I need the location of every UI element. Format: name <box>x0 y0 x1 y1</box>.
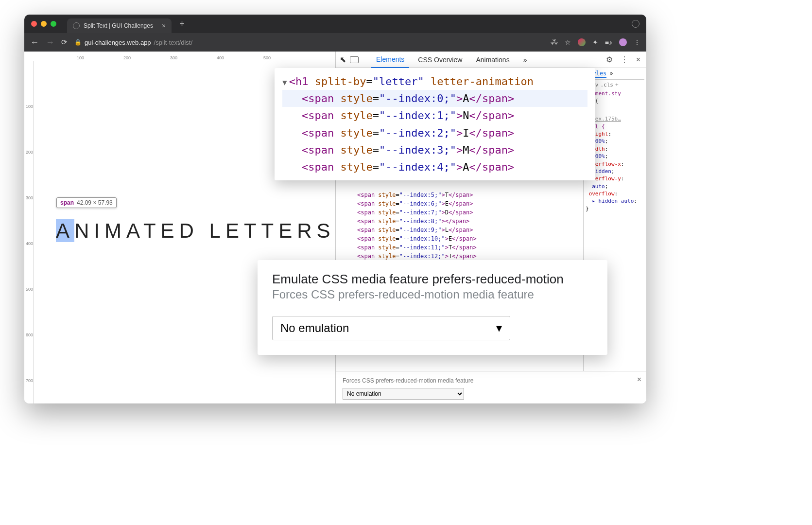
kebab-menu-icon[interactable]: ⋮ <box>634 38 640 46</box>
headline-rest: NIMATED LETTERS <box>74 219 335 242</box>
account-icon[interactable] <box>632 20 639 28</box>
zoom-dom-span[interactable]: <span style="--index:0;">A</span> <box>282 90 587 107</box>
new-tab-button[interactable]: + <box>179 19 185 29</box>
window-min-light[interactable] <box>41 21 47 27</box>
inspect-icon[interactable]: ⬉ <box>340 55 346 64</box>
reload-button[interactable]: ⟳ <box>61 38 68 47</box>
url-field[interactable]: 🔒 gui-challenges.web.app/split-text/dist… <box>74 39 192 46</box>
zoom-dom-h1[interactable]: ▼<h1 split-by="letter" letter-animation <box>282 73 587 90</box>
back-button[interactable]: ← <box>30 37 39 48</box>
more-menu-icon[interactable]: ⋮ <box>619 55 630 64</box>
highlighted-letter: A <box>56 219 74 242</box>
zoom-emulation-select[interactable]: No emulation ▾ <box>272 316 510 340</box>
headline-text: ANIMATED LETTERS <box>56 219 335 243</box>
extension-icon-1[interactable] <box>578 38 586 46</box>
devtools-tabs: ⬉ Elements CSS Overview Animations » ⚙ ⋮… <box>336 52 646 68</box>
tab-close-icon[interactable]: × <box>162 22 166 30</box>
add-rule-button[interactable]: + <box>615 82 619 88</box>
zoom-dom-span[interactable]: <span style="--index:4;">A</span> <box>282 158 587 175</box>
toolbar-right: ⁂ ☆ ✦ ≡♪ ⋮ <box>551 38 640 47</box>
reading-list-icon[interactable]: ≡♪ <box>605 38 612 46</box>
tab-elements[interactable]: Elements <box>371 52 409 68</box>
tab-css-overview[interactable]: CSS Overview <box>413 52 467 68</box>
cls-toggle[interactable]: .cls <box>601 82 614 88</box>
settings-icon[interactable]: ⚙ <box>604 55 615 64</box>
zoom-drawer-title: Emulate CSS media feature prefers-reduce… <box>272 272 593 287</box>
emulation-select[interactable]: No emulation <box>343 388 464 400</box>
close-devtools-button[interactable]: × <box>634 55 642 64</box>
tab-animations[interactable]: Animations <box>471 52 514 68</box>
dom-node-span[interactable]: <span style="--index:6;">E</span> <box>341 199 583 208</box>
ruler-vertical: 100200300400500600700800 <box>24 61 34 403</box>
styles-tab-overflow[interactable]: » <box>609 70 613 78</box>
tab-title: Split Text | GUI Challenges <box>84 22 153 29</box>
zoom-select-value: No emulation <box>280 321 349 335</box>
tooltip-dims: 42.09 × 57.93 <box>77 199 113 206</box>
extensions-icon[interactable]: ✦ <box>592 38 598 46</box>
translate-icon[interactable]: ⁂ <box>551 38 558 47</box>
zoom-dom-span[interactable]: <span style="--index:3;">M</span> <box>282 141 587 158</box>
dom-node-span[interactable]: <span style="--index:11;">T</span> <box>341 243 583 252</box>
browser-tab[interactable]: Split Text | GUI Challenges × <box>67 18 172 33</box>
dom-node-span[interactable]: <span style="--index:9;">L</span> <box>341 226 583 234</box>
dom-node-span[interactable]: <span style="--index:5;">T</span> <box>341 191 583 199</box>
zoom-drawer-subtitle: Forces CSS prefers-reduced-motion media … <box>272 288 593 301</box>
url-path: /split-text/dist/ <box>154 39 192 46</box>
window-max-light[interactable] <box>51 21 56 27</box>
profile-avatar-icon[interactable] <box>619 38 627 46</box>
rendering-subtitle: Forces CSS prefers-reduced-motion media … <box>343 377 639 384</box>
address-bar: ← → ⟳ 🔒 gui-challenges.web.app/split-tex… <box>24 33 646 52</box>
drawer-close-button[interactable]: × <box>637 375 641 384</box>
bookmark-icon[interactable]: ☆ <box>565 38 571 46</box>
css-declaration[interactable]: overflow: ▸ hidden auto; <box>586 190 644 205</box>
dom-node-span[interactable]: <span style="--index:12;">T</span> <box>341 252 583 261</box>
dom-node-span[interactable]: <span style="--index:8;"></span> <box>341 217 583 226</box>
zoom-dom-span[interactable]: <span style="--index:1;">N</span> <box>282 107 587 124</box>
lock-icon: 🔒 <box>74 39 82 46</box>
globe-icon <box>73 22 80 29</box>
zoom-dom-overlay: ▼<h1 split-by="letter" letter-animation<… <box>275 68 595 180</box>
dom-node-span[interactable]: <span style="--index:10;">E</span> <box>341 234 583 243</box>
ruler-horizontal: 100200300400500 <box>34 52 335 61</box>
url-domain: gui-challenges.web.app <box>85 39 151 46</box>
dom-node-span[interactable]: <span style="--index:7;">D</span> <box>341 208 583 217</box>
tooltip-tag: span <box>60 199 74 206</box>
rendering-drawer: × Forces CSS prefers-reduced-motion medi… <box>336 371 646 403</box>
window-close-light[interactable] <box>31 21 37 27</box>
device-toggle-icon[interactable] <box>350 56 359 63</box>
element-tooltip: span42.09 × 57.93 <box>56 197 117 208</box>
zoom-dom-span[interactable]: <span style="--index:2;">I</span> <box>282 124 587 141</box>
titlebar: Split Text | GUI Challenges × + <box>24 15 646 33</box>
tab-overflow[interactable]: » <box>518 52 532 68</box>
forward-button[interactable]: → <box>46 37 54 48</box>
zoom-drawer-overlay: Emulate CSS media feature prefers-reduce… <box>258 260 607 355</box>
chevron-down-icon: ▾ <box>496 321 502 335</box>
